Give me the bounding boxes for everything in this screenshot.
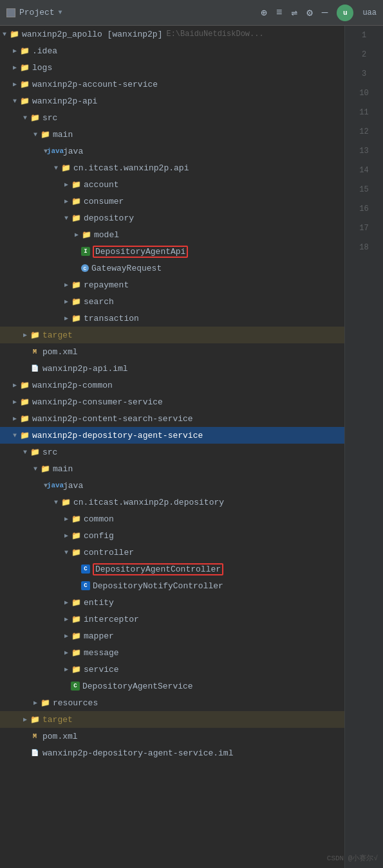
- tree-arrow[interactable]: [31, 131, 40, 138]
- tree-item[interactable]: 📁src: [0, 444, 344, 460]
- tree-item[interactable]: 📁cn.itcast.wanxinp2p.api: [0, 159, 344, 176]
- tree-panel[interactable]: 📁wanxinp2p_apollo [wanxinp2p]E:\BaiduNet…: [0, 26, 344, 868]
- tree-item[interactable]: 📁cn.itcast.wanxinp2p.depository: [0, 494, 344, 511]
- tree-item[interactable]: 📁interceptor: [0, 611, 344, 628]
- folder-icon: 📁: [71, 597, 81, 608]
- tree-item[interactable]: Mpom.xml: [0, 343, 344, 360]
- tree-arrow[interactable]: [62, 215, 71, 222]
- item-label: model: [94, 230, 119, 240]
- tree-arrow[interactable]: [31, 466, 40, 473]
- line-number: 15: [345, 180, 383, 199]
- tree-arrow[interactable]: [62, 632, 71, 640]
- avatar: u: [337, 5, 353, 21]
- tree-item[interactable]: 📄wanxinp2p-depository-agent-service.iml: [0, 745, 344, 761]
- tree-item[interactable]: 📁service: [0, 661, 344, 678]
- dropdown-arrow[interactable]: ▼: [59, 9, 62, 16]
- tree-item[interactable]: CDepositoryAgentService: [0, 678, 344, 694]
- tree-arrow[interactable]: [51, 499, 61, 506]
- tree-arrow[interactable]: [21, 449, 30, 456]
- tree-arrow[interactable]: [10, 432, 19, 439]
- tree-item[interactable]: 📁mapper: [0, 628, 344, 644]
- add-icon[interactable]: ⊕: [261, 6, 267, 19]
- tree-item[interactable]: javajava: [0, 143, 344, 159]
- tree-item[interactable]: 📁wanxinp2p_apollo [wanxinp2p]E:\BaiduNet…: [0, 26, 344, 42]
- tree-arrow[interactable]: [0, 31, 9, 38]
- tree-item[interactable]: 📁controller: [0, 544, 344, 561]
- toolbar-icons: ⊕ ≡ ⇌ ⚙ — u uaa: [261, 5, 377, 21]
- tree-arrow[interactable]: [62, 281, 71, 289]
- tree-item[interactable]: 📁target: [0, 327, 344, 343]
- tree-item[interactable]: 📁config: [0, 527, 344, 544]
- tree-arrow[interactable]: [62, 599, 71, 606]
- class-icon: C: [81, 565, 90, 574]
- folder-icon: 📁: [19, 62, 30, 73]
- tree-item[interactable]: 📁main: [0, 460, 344, 477]
- target-folder-icon: 📁: [30, 330, 40, 340]
- tree-item[interactable]: 📁target: [0, 711, 344, 728]
- tree-item[interactable]: 📁transaction: [0, 310, 344, 327]
- tree-item[interactable]: 📁wanxinp2p-account-service: [0, 76, 344, 93]
- tree-item[interactable]: 📁wanxinp2p-consumer-service: [0, 393, 344, 410]
- tree-item[interactable]: CGatewayRequest: [0, 260, 344, 276]
- tree-item[interactable]: 📁message: [0, 644, 344, 661]
- tree-arrow[interactable]: [10, 98, 19, 105]
- tree-arrow[interactable]: [31, 699, 40, 707]
- tree-item[interactable]: Mpom.xml: [0, 728, 344, 745]
- tree-item[interactable]: 📁wanxinp2p-content-search-service: [0, 410, 344, 427]
- item-label: wanxinp2p-api: [32, 96, 97, 106]
- tree-item[interactable]: 📁wanxinp2p-api: [0, 93, 344, 109]
- settings-icon[interactable]: ⚙: [306, 6, 313, 19]
- tree-arrow[interactable]: [62, 197, 71, 205]
- tree-item[interactable]: 📁entity: [0, 594, 344, 611]
- tree-item[interactable]: 📄wanxinp2p-api.iml: [0, 360, 344, 377]
- tree-arrow[interactable]: [10, 398, 19, 406]
- tree-arrow[interactable]: [10, 47, 19, 55]
- item-label: service: [84, 665, 119, 674]
- tree-item[interactable]: IDepositoryAgentApi: [0, 243, 344, 260]
- tree-arrow[interactable]: [62, 181, 71, 188]
- tree-item[interactable]: 📁search: [0, 293, 344, 310]
- tree-item[interactable]: 📁wanxinp2p-depository-agent-service: [0, 427, 344, 444]
- tree-item[interactable]: 📁consumer: [0, 193, 344, 210]
- tree-arrow[interactable]: [62, 515, 71, 523]
- sync-icon[interactable]: ⇌: [292, 6, 298, 19]
- tree-arrow[interactable]: [10, 381, 19, 389]
- item-label: wanxinp2p-api.iml: [42, 364, 128, 374]
- item-label: logs: [32, 63, 52, 73]
- tree-item[interactable]: 📁wanxinp2p-common: [0, 377, 344, 393]
- tree-item[interactable]: 📁repayment: [0, 276, 344, 293]
- tree-arrow[interactable]: [10, 80, 19, 88]
- tree-arrow[interactable]: [10, 415, 19, 422]
- tree-item[interactable]: 📁resources: [0, 694, 344, 711]
- tree-item[interactable]: 📁model: [0, 226, 344, 243]
- tree-arrow[interactable]: [51, 165, 61, 172]
- tree-item[interactable]: 📁.idea: [0, 42, 344, 59]
- folder-icon: 📁: [19, 380, 30, 390]
- folder-icon: 📁: [71, 179, 81, 190]
- tree-arrow[interactable]: [62, 298, 71, 305]
- tree-item[interactable]: 📁logs: [0, 59, 344, 76]
- tree-arrow[interactable]: [62, 665, 71, 673]
- tree-item[interactable]: javajava: [0, 477, 344, 494]
- tree-arrow[interactable]: [62, 532, 71, 539]
- tree-arrow[interactable]: [72, 231, 81, 239]
- tree-item[interactable]: CDepositoryNotifyController: [0, 577, 344, 594]
- tree-item[interactable]: 📁main: [0, 126, 344, 143]
- minimize-icon[interactable]: —: [322, 7, 328, 19]
- tree-arrow[interactable]: [62, 649, 71, 656]
- project-title[interactable]: Project ▼: [6, 8, 62, 17]
- tree-arrow[interactable]: [62, 615, 71, 623]
- tree-arrow[interactable]: [21, 716, 30, 723]
- tree-arrow[interactable]: [62, 549, 71, 556]
- tree-arrow[interactable]: [21, 114, 30, 122]
- folder-icon: 📁: [30, 113, 40, 123]
- tree-item[interactable]: 📁depository: [0, 210, 344, 226]
- tree-item[interactable]: 📁common: [0, 511, 344, 527]
- tree-item[interactable]: 📁account: [0, 176, 344, 193]
- tree-item[interactable]: 📁src: [0, 109, 344, 126]
- tree-item[interactable]: CDepositoryAgentController: [0, 561, 344, 577]
- tree-arrow[interactable]: [10, 64, 19, 71]
- tree-arrow[interactable]: [21, 331, 30, 339]
- list-icon[interactable]: ≡: [276, 7, 283, 19]
- tree-arrow[interactable]: [62, 314, 71, 322]
